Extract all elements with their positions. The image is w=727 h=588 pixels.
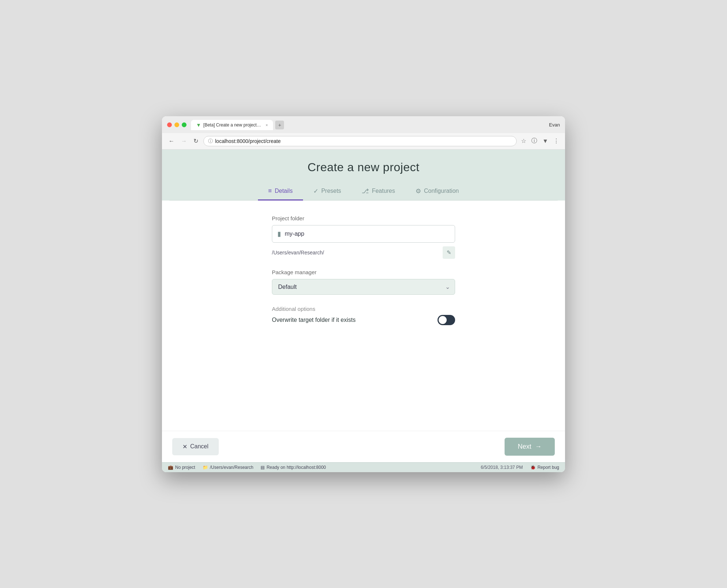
package-manager-select[interactable]: Default npm yarn pnpm [272,279,455,295]
tab-close-button[interactable]: × [266,123,268,127]
browser-window: ▼ [Beta] Create a new project - V × + Ev… [162,116,565,472]
next-button[interactable]: Next → [505,438,555,456]
additional-options-label: Additional options [272,306,455,312]
report-bug-label: Report bug [538,465,559,470]
tab-title: [Beta] Create a new project - V [203,122,262,128]
active-tab[interactable]: ▼ [Beta] Create a new project - V × [191,120,273,130]
minimize-window-button[interactable] [174,122,179,127]
cancel-button[interactable]: ✕ Cancel [172,438,219,455]
project-folder-input[interactable] [285,231,450,237]
presets-tab-icon: ✓ [313,187,318,195]
bug-icon: 🐞 [530,465,536,470]
status-bar: 💼 No project 📁 /Users/evan/Research ▤ Re… [162,462,565,472]
tab-bar: ▼ [Beta] Create a new project - V × + [191,120,549,130]
back-button[interactable]: ← [167,137,176,145]
report-bug-button[interactable]: 🐞 Report bug [530,465,559,470]
info-icon[interactable]: ⓘ [531,136,538,146]
overwrite-toggle[interactable] [438,315,455,325]
address-icons: ☆ ⓘ ▼ ⋮ [520,136,560,146]
overwrite-option-label: Overwrite target folder if it exists [272,317,356,323]
status-path: /Users/evan/Research [210,465,254,470]
page-content: Create a new project ≡ Details ✓ Presets… [162,150,565,472]
ready-status: ▤ Ready on http://localhost:8000 [261,465,326,470]
security-icon: ⓘ [208,138,213,144]
configuration-tab-label: Configuration [424,188,459,194]
briefcase-icon: 💼 [168,465,173,470]
menu-icon[interactable]: ⋮ [553,137,560,145]
folder-status-icon: 📁 [203,465,208,470]
bookmark-icon[interactable]: ☆ [520,137,527,145]
presets-tab-label: Presets [321,188,341,194]
wizard-tabs: ≡ Details ✓ Presets ⎇ Features ⚙ Configu… [169,183,558,201]
page-title: Create a new project [169,161,558,174]
path-text: /Users/evan/Research/ [272,250,324,256]
toggle-knob [439,316,447,324]
address-input[interactable] [215,138,512,144]
terminal-icon: ▤ [261,465,265,470]
form-area: Project folder ▮ /Users/evan/Research/ ✎… [162,201,565,431]
page-header: Create a new project ≡ Details ✓ Presets… [162,150,565,201]
cancel-label: Cancel [190,443,208,450]
forward-button[interactable]: → [180,137,188,145]
tab-favicon-icon: ▼ [196,122,201,128]
address-bar: ← → ↻ ⓘ ☆ ⓘ ▼ ⋮ [162,133,565,150]
form-inner: Project folder ▮ /Users/evan/Research/ ✎… [272,215,455,325]
title-bar: ▼ [Beta] Create a new project - V × + Ev… [162,116,565,133]
bottom-bar: ✕ Cancel Next → [162,431,565,462]
tab-configuration[interactable]: ⚙ Configuration [405,183,469,201]
package-manager-select-wrap: Default npm yarn pnpm ⌄ [272,279,455,295]
configuration-tab-icon: ⚙ [416,187,421,195]
status-datetime: 6/5/2018, 3:13:37 PM [481,465,523,470]
close-window-button[interactable] [167,122,172,127]
details-tab-label: Details [275,188,293,194]
path-row: /Users/evan/Research/ ✎ [272,246,455,259]
features-tab-icon: ⎇ [362,187,369,195]
next-label: Next [518,443,531,451]
user-name: Evan [549,122,560,128]
path-status: 📁 /Users/evan/Research [203,465,254,470]
new-tab-button[interactable]: + [275,121,284,129]
tab-presets[interactable]: ✓ Presets [303,183,351,201]
tab-details[interactable]: ≡ Details [258,183,303,201]
features-tab-label: Features [372,188,395,194]
reload-button[interactable]: ↻ [192,137,200,145]
maximize-window-button[interactable] [182,122,187,127]
tab-features[interactable]: ⎇ Features [351,183,405,201]
folder-input-box: ▮ [272,225,455,243]
arrow-right-icon: → [535,443,542,451]
no-project-status: 💼 No project [168,465,195,470]
no-project-label: No project [175,465,195,470]
option-row: Overwrite target folder if it exists [272,315,455,325]
folder-icon: ▮ [277,230,281,238]
status-ready: Ready on http://localhost:8000 [266,465,326,470]
extension-icon[interactable]: ▼ [542,137,549,145]
project-folder-label: Project folder [272,215,455,221]
edit-path-button[interactable]: ✎ [443,246,455,259]
traffic-lights [167,122,187,127]
address-input-wrap: ⓘ [203,136,517,146]
x-icon: ✕ [182,443,187,450]
details-tab-icon: ≡ [268,187,272,195]
package-manager-label: Package manager [272,269,455,275]
